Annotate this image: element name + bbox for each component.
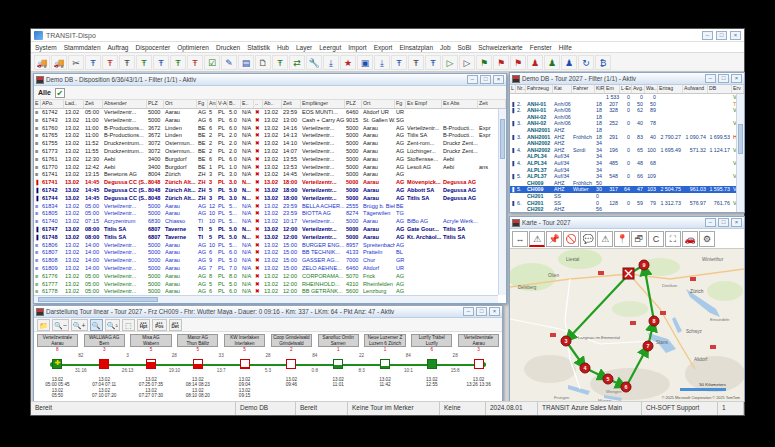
- map-tool-icon[interactable]: 💬: [580, 231, 596, 247]
- toolbar-icon[interactable]: ⚑: [510, 55, 526, 70]
- column-header[interactable]: Ort: [164, 100, 197, 108]
- table-row[interactable]: ≡ 6180913.0214:00 Verteilzentr...5000Aar…: [34, 265, 498, 273]
- toolbar-icon[interactable]: ₿: [595, 55, 611, 70]
- map-tool-icon[interactable]: ⛶: [665, 231, 681, 247]
- table-row[interactable]: ≡ 6176013.0211:00 B-Productions...3672Li…: [34, 125, 498, 133]
- map-tool-icon[interactable]: C: [648, 231, 664, 247]
- table-row[interactable]: ≡ 6177713.0205:00 Verteilzentr...5000Aar…: [34, 281, 498, 289]
- column-header[interactable]: Avg...: [632, 85, 645, 93]
- table-row[interactable]: ❚ 5.CH009AHZ Wutter30317 6447103 2 504.7…: [510, 186, 736, 193]
- table-row[interactable]: ❚ 5.ALPL37Auf/34 34548 066109 Ver: [510, 173, 736, 180]
- map-tool-icon[interactable]: ↔: [512, 231, 528, 247]
- maximize-icon[interactable]: □: [476, 307, 487, 316]
- maximize-icon[interactable]: □: [480, 75, 491, 84]
- table-row[interactable]: ❚ 4.ALPL34Auf/34 34485 04868 Ver: [510, 160, 736, 167]
- menu-item[interactable]: Fenster: [530, 44, 552, 51]
- column-header[interactable]: Aufwand: [683, 85, 708, 93]
- column-header[interactable]: B..: [228, 100, 241, 108]
- station-label[interactable]: Sanofluc OmlinSarnen: [318, 334, 359, 347]
- map-canvas[interactable]: Liestal Olten Delsberg Langnau im Emment…: [510, 249, 744, 401]
- toolbar-icon[interactable]: ▣: [357, 55, 373, 70]
- menu-item[interactable]: Schweizerkarte: [478, 44, 522, 51]
- column-header[interactable]: Zeit: [478, 100, 506, 108]
- column-header[interactable]: Erv: [732, 85, 744, 93]
- column-header[interactable]: Zeit: [84, 100, 103, 108]
- close-icon[interactable]: ×: [730, 31, 741, 40]
- stop-marker[interactable]: 6: [621, 382, 631, 392]
- table-row[interactable]: ❚ 3.ANH2001AHZ Fröhlich18291 08340 2 790…: [510, 134, 736, 141]
- station-label[interactable]: Coop GrindelwaldGrindelwald: [271, 334, 312, 347]
- column-header[interactable]: E..: [241, 100, 254, 108]
- toolbar-icon[interactable]: Ŧ: [391, 55, 407, 70]
- table-row[interactable]: ANH-02Anh/06 18: [510, 114, 736, 121]
- disposition-titlebar[interactable]: Demo DB - Disposition 6/36/43/1/1 - Filt…: [34, 74, 506, 86]
- column-header[interactable]: Wa...: [645, 85, 658, 93]
- station[interactable]: Sanofluc OmlinSarnen 1: [315, 334, 362, 353]
- minimize-icon[interactable]: –: [463, 307, 474, 316]
- minimize-icon[interactable]: –: [467, 75, 478, 84]
- column-header[interactable]: Ex Empf: [406, 100, 442, 108]
- column-header[interactable]: Em: [605, 85, 620, 93]
- station[interactable]: KW InterlakenInterlaken 5: [221, 334, 268, 353]
- station-node[interactable]: [240, 359, 250, 369]
- toolbar-icon[interactable]: Ŧ: [408, 55, 424, 70]
- station[interactable]: Neue Luzerner ZLuzern 6 Zürich 1: [362, 334, 409, 353]
- close-icon[interactable]: ×: [489, 307, 500, 316]
- menu-item[interactable]: Einsatzplan: [399, 44, 433, 51]
- station-node[interactable]: [286, 359, 296, 369]
- station-node[interactable]: [380, 359, 390, 369]
- column-header[interactable]: Ort: [362, 100, 395, 108]
- close-icon[interactable]: ×: [731, 74, 742, 83]
- station-label[interactable]: KW InterlakenInterlaken: [224, 334, 265, 347]
- toolbar-icon[interactable]: ⤓: [374, 55, 390, 70]
- table-row[interactable]: ❚ 2.ANH-01Anh/06 18207 05050 Tit: [510, 101, 736, 108]
- table-row[interactable]: ≡ 6177613.0205:00 Verteilzentr...5000Aar…: [34, 273, 498, 281]
- station[interactable]: Manor AGThun Bälliz 5: [174, 334, 221, 353]
- table-row[interactable]: ≡ 6180713.0214:00 Verteilzentr...5000Aar…: [34, 249, 498, 257]
- toolbar-icon[interactable]: Ŧ: [187, 55, 203, 70]
- table-row[interactable]: ≡ 6174013.0207:15 Acryzentrum6830Chiasso…: [34, 218, 498, 226]
- map-tool-icon[interactable]: 📍: [614, 231, 630, 247]
- table-row[interactable]: ❚ 2.ANH-01Anh/06 18328 06289 Ver: [510, 107, 736, 114]
- menu-item[interactable]: Hilfe: [559, 44, 572, 51]
- pos-button[interactable]: ●●● Pos: [152, 319, 166, 331]
- toolbar-icon[interactable]: ♟: [527, 55, 543, 70]
- station-node[interactable]: [474, 359, 484, 369]
- column-header[interactable]: Nr..: [516, 85, 526, 93]
- menu-item[interactable]: Leergut: [319, 44, 341, 51]
- table-row[interactable]: ANH2001AHZ 18: [510, 127, 736, 134]
- column-header[interactable]: Ab..: [263, 100, 282, 108]
- column-header[interactable]: Ex Abs: [442, 100, 478, 108]
- column-header[interactable]: DB: [708, 85, 732, 93]
- table-row[interactable]: ❚ 3.ANH-02Anh/06 18252 04078 Ver: [510, 120, 736, 127]
- toolbar-icon[interactable]: Ŧ: [425, 55, 441, 70]
- table-row[interactable]: ❚ 6.CH201SS 0128 05979 1 312.73576.97761…: [510, 200, 736, 207]
- station-node[interactable]: [193, 359, 203, 369]
- toolbar-icon[interactable]: ▷: [442, 55, 458, 70]
- stop-marker[interactable]: 4: [580, 363, 590, 373]
- toolbar-icon[interactable]: Ŧ: [119, 55, 135, 70]
- depot-marker[interactable]: [623, 268, 634, 279]
- map-tool-icon[interactable]: ⚠: [597, 231, 613, 247]
- toolbar-icon[interactable]: ☑: [204, 55, 220, 70]
- station-node[interactable]: [146, 359, 156, 369]
- menu-item[interactable]: Statistik: [247, 44, 270, 51]
- menu-item[interactable]: Auftrag: [108, 44, 129, 51]
- map-tool-icon[interactable]: ⚠: [529, 231, 545, 247]
- stop-marker[interactable]: 5: [603, 374, 613, 384]
- toolbar-icon[interactable]: Ŧ: [272, 55, 288, 70]
- column-header[interactable]: Ertrag: [658, 85, 683, 93]
- minimize-icon[interactable]: –: [702, 31, 713, 40]
- toolbar-icon[interactable]: ▤: [238, 55, 254, 70]
- zoom-in-icon[interactable]: 🔍+: [71, 319, 88, 331]
- station-label[interactable]: Manor AGThun Bälliz: [177, 334, 218, 347]
- map-titlebar[interactable]: Karte - Tour 2027 – □ ×: [510, 217, 744, 229]
- toolbar-icon[interactable]: ♟: [544, 55, 560, 70]
- station-label[interactable]: Misa AGWabern: [130, 334, 171, 347]
- timeline-titlebar[interactable]: Darstellung Tour linear - Tour 2027 - Fr…: [34, 306, 502, 318]
- station-label[interactable]: VerteilzentraleAarau: [458, 334, 499, 347]
- zoom-one-icon[interactable]: 🔍¹: [105, 319, 120, 331]
- station[interactable]: Misa AGWabern 5: [128, 334, 175, 353]
- maximize-icon[interactable]: □: [718, 218, 729, 227]
- table-row[interactable]: ≡ 6183413.0205:00 Verteilzentr...5000Aar…: [34, 203, 498, 211]
